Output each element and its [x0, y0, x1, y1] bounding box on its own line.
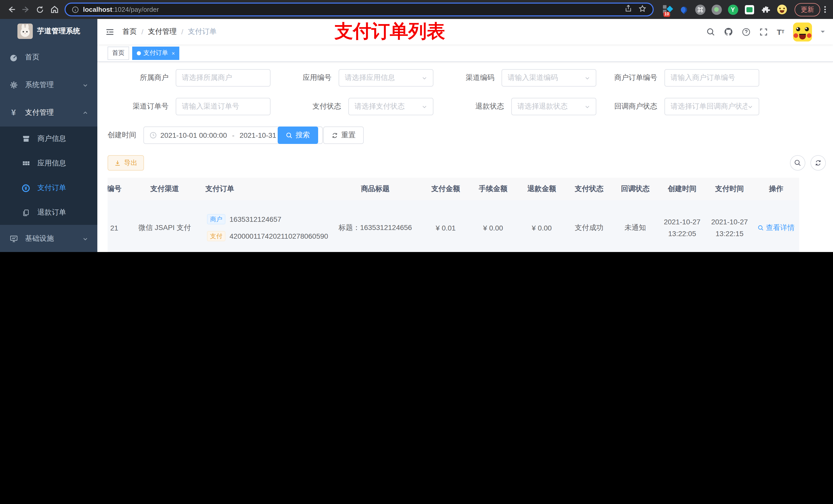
yen-circle-icon: ¥: [22, 184, 30, 192]
navbar: 首页 / 支付管理 / 支付订单 支付订单列表: [97, 19, 833, 45]
share-icon[interactable]: [624, 5, 632, 14]
forward-icon[interactable]: [20, 3, 32, 16]
clock-icon: [149, 131, 157, 139]
col-channel: 支付渠道: [132, 178, 197, 200]
sidebar: 芋道管理系统 首页 系统管理 ¥ 支付管理: [0, 19, 97, 252]
sidebar-item-merchant-info[interactable]: 商户信息: [0, 126, 97, 151]
table-toolbar: 导出: [108, 155, 827, 171]
sidebar-item-infrastructure[interactable]: 基础设施: [0, 225, 97, 252]
orders-table: 编号 支付渠道 支付订单 商品标题 支付金额 手续金额 退款金额 支付状态 回调…: [108, 178, 799, 252]
filter-channel-order-no: 渠道订单号 请输入渠道订单号: [108, 98, 270, 115]
screen: localhost:1024/pay/order 10: [0, 0, 833, 252]
merchant-select[interactable]: 请选择所属商户: [176, 69, 270, 87]
sidebar-item-app-info[interactable]: 应用信息: [0, 151, 97, 176]
help-icon[interactable]: [742, 27, 751, 36]
extension-command-icon[interactable]: [695, 4, 706, 15]
col-id: 编号: [108, 178, 132, 200]
tag-pay-order[interactable]: 支付订单 ×: [132, 46, 180, 60]
sidebar-item-payment[interactable]: ¥ 支付管理: [0, 99, 97, 126]
extension-chat-icon[interactable]: [744, 4, 755, 15]
logo-image: [17, 24, 32, 39]
pay-status-select[interactable]: 请选择支付状态: [348, 98, 433, 115]
extensions-area: 10 Y: [662, 4, 787, 15]
url-text: localhost:1024/pay/order: [83, 6, 159, 13]
export-button[interactable]: 导出: [108, 155, 144, 171]
refresh-button[interactable]: [810, 155, 826, 171]
tag-close-icon[interactable]: ×: [172, 50, 175, 56]
reset-button[interactable]: 重置: [323, 126, 364, 144]
notify-status-select[interactable]: 请选择订单回调商户状态: [664, 98, 759, 115]
sidebar-item-refund-order[interactable]: 退款订单: [0, 200, 97, 225]
breadcrumb-pay-mgmt[interactable]: 支付管理: [148, 27, 177, 37]
toggle-search-button[interactable]: [790, 155, 805, 171]
merchant-order-no-input[interactable]: 请输入商户订单编号: [664, 69, 759, 87]
tag-home[interactable]: 首页: [108, 46, 129, 60]
chevron-down-icon: [585, 104, 590, 110]
fullscreen-icon[interactable]: [760, 27, 768, 36]
pay-amount: ¥ 0.01: [423, 200, 469, 252]
col-fee: 手续金额: [469, 178, 518, 200]
back-icon[interactable]: [5, 3, 18, 16]
channel-code-input[interactable]: 请输入渠道编码: [502, 69, 596, 87]
font-size-icon[interactable]: TT: [777, 28, 784, 35]
col-actions: 操作: [753, 178, 799, 200]
breadcrumb-home[interactable]: 首页: [122, 27, 137, 37]
refund-status-select[interactable]: 请选择退款状态: [511, 98, 596, 115]
search-button[interactable]: 搜索: [278, 126, 318, 144]
pay-status: 支付成功: [566, 200, 612, 252]
extension-badge-icon[interactable]: 10: [662, 4, 673, 15]
extension-dot-icon[interactable]: [711, 4, 722, 15]
refund-amount: ¥ 0.00: [518, 200, 566, 252]
filter-pay-status: 支付状态 请选择支付状态: [270, 98, 433, 115]
browser-update-button[interactable]: 更新: [794, 3, 820, 16]
filter-app: 应用编号 请选择应用信息: [270, 69, 433, 87]
main-area: 首页 / 支付管理 / 支付订单 支付订单列表: [97, 19, 833, 252]
breadcrumb-separator: /: [141, 28, 143, 36]
orders-table-container: 编号 支付渠道 支付订单 商品标题 支付金额 手续金额 退款金额 支付状态 回调…: [108, 178, 827, 252]
reload-icon[interactable]: [34, 3, 46, 16]
url-bar[interactable]: localhost:1024/pay/order: [65, 3, 654, 16]
chevron-down-icon: [82, 82, 88, 88]
product-title: 标题：1635312124656: [328, 200, 423, 252]
page-title-annotation: 支付订单列表: [335, 21, 445, 42]
avatar-caret-icon[interactable]: [821, 31, 825, 35]
pay-order-line: 支付 4200001174202110278060590766: [207, 231, 328, 241]
fee-amount: ¥ 0.00: [469, 200, 518, 252]
profile-avatar-icon[interactable]: [777, 4, 787, 15]
user-avatar[interactable]: [793, 22, 812, 41]
table-grid-icon: [22, 159, 30, 168]
col-notify-status: 回调状态: [612, 178, 658, 200]
app-logo[interactable]: 芋道管理系统: [0, 19, 97, 44]
sidebar-item-system[interactable]: 系统管理: [0, 71, 97, 99]
col-pay-status: 支付状态: [566, 178, 612, 200]
site-info-icon[interactable]: [72, 6, 79, 13]
view-detail-link[interactable]: 查看详情: [758, 223, 794, 232]
chevron-down-icon: [422, 104, 427, 110]
browser-menu-icon[interactable]: [824, 6, 826, 13]
extension-y-icon[interactable]: Y: [728, 4, 738, 15]
github-icon[interactable]: [724, 27, 733, 37]
table-row: 21 微信 JSAPI 支付 商户 1635312124657 支付 42000…: [108, 200, 799, 252]
documents-icon: [22, 208, 30, 217]
col-refund: 退款金额: [518, 178, 566, 200]
merchant-order-no: 1635312124657: [230, 215, 281, 223]
storefront-icon: [22, 135, 30, 143]
home-icon[interactable]: [48, 3, 61, 16]
bookmark-star-icon[interactable]: [638, 4, 646, 15]
sidebar-item-home[interactable]: 首页: [0, 44, 97, 71]
date-separator: -: [232, 131, 234, 139]
extension-kite-icon[interactable]: [678, 4, 689, 15]
col-paid: 支付时间: [706, 178, 753, 200]
filter-refund-status: 退款状态 请选择退款状态: [433, 98, 596, 115]
sidebar-fold-icon[interactable]: [105, 27, 114, 36]
filter-notify-status: 回调商户状态 请选择订单回调商户状态: [596, 98, 759, 115]
app-select[interactable]: 请选择应用信息: [339, 69, 433, 87]
channel-order-no-input[interactable]: 请输入渠道订单号: [176, 98, 270, 115]
chevron-down-icon: [82, 236, 88, 241]
chevron-down-icon: [422, 75, 427, 81]
search-icon[interactable]: [707, 27, 715, 36]
filter-merchant: 所属商户 请选择所属商户: [108, 69, 270, 87]
dashboard-icon: [9, 53, 18, 62]
sidebar-item-pay-order[interactable]: ¥ 支付订单: [0, 176, 97, 200]
extensions-puzzle-icon[interactable]: [760, 4, 771, 15]
